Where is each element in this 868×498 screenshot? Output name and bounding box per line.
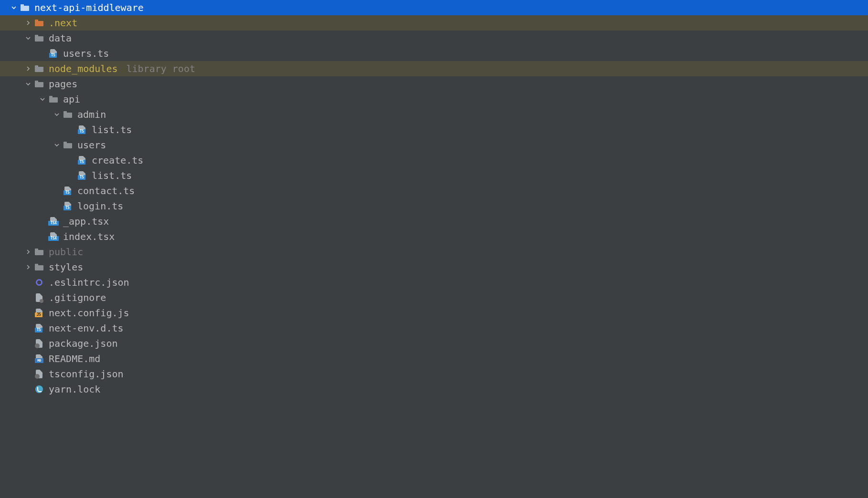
svg-rect-11 [49, 97, 58, 103]
tree-item[interactable]: styles [0, 259, 868, 275]
tree-item-label: tsconfig.json [49, 368, 124, 380]
tsx-file-icon: TSX [48, 232, 59, 241]
folder-icon [33, 20, 45, 26]
tree-item[interactable]: TSX _app.tsx [0, 214, 868, 229]
tree-item[interactable]: TS next-env.d.ts [0, 321, 868, 336]
tree-item-label: contact.ts [77, 185, 135, 197]
ts-file-icon: TS [76, 171, 88, 180]
tree-root-row[interactable]: next-api-middleware [0, 0, 868, 15]
json-file-icon [33, 370, 45, 378]
tree-item[interactable]: TS users.ts [0, 46, 868, 61]
folder-icon [33, 81, 45, 87]
gitignore-file-icon [33, 293, 45, 302]
tree-item-label: next-env.d.ts [49, 322, 124, 334]
folder-icon [48, 96, 59, 103]
js-file-icon: JS [33, 309, 45, 317]
chevron-down-icon [52, 112, 62, 117]
tsx-file-icon: TSX [48, 217, 59, 226]
tree-item[interactable]: users [0, 137, 868, 153]
chevron-right-icon [23, 21, 33, 25]
chevron-right-icon [23, 249, 33, 254]
svg-rect-15 [64, 143, 72, 148]
tree-item[interactable]: api [0, 92, 868, 107]
svg-rect-3 [35, 21, 43, 26]
tree-item[interactable]: TSX index.tsx [0, 229, 868, 244]
folder-icon [33, 65, 45, 72]
md-file-icon: MD [33, 354, 45, 363]
tree-item-label: pages [49, 78, 77, 90]
tree-item-label: users.ts [63, 48, 109, 59]
tree-item-annotation: library root [127, 63, 196, 74]
folder-icon [62, 111, 74, 118]
tree-item[interactable]: data [0, 31, 868, 46]
tree-item-label: package.json [49, 338, 118, 349]
yarn-icon [33, 385, 45, 393]
tree-item[interactable]: MD README.md [0, 351, 868, 366]
svg-rect-17 [35, 250, 43, 255]
folder-icon [33, 264, 45, 270]
tree-item[interactable]: pages [0, 76, 868, 92]
tree-item[interactable]: yarn.lock [0, 382, 868, 397]
svg-rect-1 [21, 6, 29, 11]
tree-item[interactable]: JS next.config.js [0, 305, 868, 321]
folder-icon [62, 142, 74, 148]
tree-item-label: api [63, 93, 80, 105]
tree-root-label: next-api-middleware [34, 2, 144, 13]
tree-item[interactable]: node_modules library root [0, 61, 868, 76]
tree-item-label: data [49, 32, 72, 44]
tree-item-label: .gitignore [49, 292, 106, 303]
tree-item-label: node_modules [49, 63, 118, 74]
chevron-down-icon [52, 143, 62, 147]
tree-item[interactable]: .gitignore [0, 290, 868, 305]
ts-file-icon: TS [48, 49, 59, 58]
project-tree: next-api-middleware .next data TS users.… [0, 0, 868, 397]
ts-file-icon: TS [62, 202, 74, 210]
tree-item-label: admin [77, 109, 106, 120]
tree-item[interactable]: TS login.ts [0, 198, 868, 214]
eslint-icon [33, 278, 45, 287]
tree-item-label: list.ts [92, 124, 132, 135]
tree-item[interactable]: TS create.ts [0, 153, 868, 168]
tree-item[interactable]: package.json [0, 336, 868, 351]
folder-icon [33, 35, 45, 42]
chevron-down-icon [9, 5, 19, 10]
tree-item-label: next.config.js [49, 307, 129, 319]
svg-rect-13 [64, 113, 72, 118]
tree-item[interactable]: tsconfig.json [0, 366, 868, 382]
tree-item[interactable]: public [0, 244, 868, 259]
ts-file-icon: TS [33, 324, 45, 332]
json-file-icon [33, 339, 45, 348]
ts-file-icon: TS [76, 156, 88, 165]
tree-item[interactable]: admin [0, 107, 868, 122]
ts-file-icon: TS [62, 187, 74, 195]
tree-item-label: index.tsx [63, 231, 115, 242]
chevron-down-icon [37, 97, 48, 102]
tree-item[interactable]: TS list.ts [0, 122, 868, 137]
tree-item[interactable]: TS list.ts [0, 168, 868, 183]
tree-item-label: list.ts [92, 170, 132, 181]
folder-icon [19, 4, 31, 11]
tree-item-label: README.md [49, 353, 100, 364]
tree-item-label: login.ts [77, 200, 123, 212]
tree-item-label: _app.tsx [63, 216, 109, 227]
folder-icon [33, 249, 45, 255]
tree-item[interactable]: .eslintrc.json [0, 275, 868, 290]
svg-rect-9 [35, 82, 43, 87]
tree-item-label: create.ts [92, 155, 143, 166]
tree-item-label: yarn.lock [49, 384, 100, 395]
chevron-right-icon [23, 265, 33, 270]
chevron-down-icon [23, 36, 33, 41]
tree-item[interactable]: .next [0, 15, 868, 31]
tree-item-label: public [49, 246, 83, 258]
svg-rect-7 [35, 67, 43, 72]
tree-item[interactable]: TS contact.ts [0, 183, 868, 198]
tree-item-label: .eslintrc.json [49, 277, 129, 288]
chevron-down-icon [23, 82, 33, 86]
tree-item-label: .next [49, 17, 77, 29]
tree-item-label: users [77, 139, 106, 151]
ts-file-icon: TS [76, 125, 88, 134]
svg-rect-19 [35, 265, 43, 270]
svg-rect-5 [35, 36, 43, 42]
chevron-right-icon [23, 66, 33, 71]
tree-item-label: styles [49, 261, 83, 273]
